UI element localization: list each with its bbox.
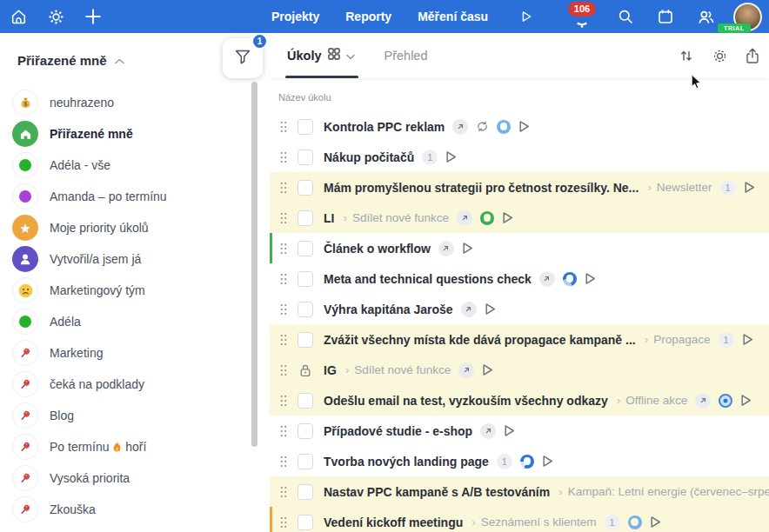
task-row[interactable]: Mám promyšlenou strategii pro četnost ro…: [270, 172, 769, 203]
sidebar-item-7[interactable]: Adéla: [0, 306, 216, 337]
drag-handle[interactable]: [280, 273, 287, 285]
task-row[interactable]: Vedení kickoff meetingu›Seznámení s klie…: [270, 507, 769, 532]
sidebar-item-5[interactable]: Vytvořil/a jsem já: [0, 243, 216, 275]
task-checkbox[interactable]: [298, 150, 313, 165]
task-row[interactable]: Nákup počitačů1: [270, 142, 769, 172]
task-checkbox[interactable]: [298, 180, 313, 196]
task-row[interactable]: LI›Sdílet nové funkce: [270, 203, 769, 233]
sidebar-item-9[interactable]: čeká na podklady: [0, 369, 216, 400]
task-checkbox[interactable]: [298, 119, 313, 135]
gear-icon[interactable]: [43, 4, 68, 29]
task-list-name[interactable]: ›Sdílet nové funkce: [345, 363, 451, 376]
play-icon[interactable]: [518, 120, 530, 133]
sidebar-item-0[interactable]: $neuhrazeno: [0, 87, 216, 118]
task-list-name[interactable]: ›Propagace: [645, 333, 711, 346]
drag-handle[interactable]: [280, 395, 287, 407]
task-row[interactable]: Nastav PPC kampaně s A/B testováním›Kamp…: [270, 476, 769, 507]
drag-handle[interactable]: [280, 121, 287, 133]
users-icon[interactable]: [693, 4, 718, 29]
sidebar-item-1[interactable]: Přiřazené mně: [0, 118, 216, 150]
task-checkbox[interactable]: [298, 515, 313, 530]
timer-play-icon[interactable]: [514, 4, 538, 29]
play-icon[interactable]: [502, 211, 513, 224]
calendar-icon[interactable]: [653, 4, 678, 29]
sidebar-item-11[interactable]: Po termínu hoří: [0, 431, 216, 462]
drag-handle[interactable]: [280, 182, 287, 194]
task-checkbox[interactable]: [298, 484, 313, 500]
drag-handle[interactable]: [280, 303, 287, 316]
task-checkbox[interactable]: [298, 271, 313, 287]
drag-handle[interactable]: [280, 212, 287, 224]
plus-icon[interactable]: [81, 4, 105, 29]
play-icon[interactable]: [445, 150, 457, 163]
play-icon[interactable]: [742, 333, 753, 346]
play-icon[interactable]: [650, 515, 661, 529]
drag-handle[interactable]: [280, 243, 287, 255]
play-icon[interactable]: [744, 181, 755, 194]
play-icon[interactable]: [462, 242, 473, 255]
task-list-name[interactable]: ›Offline akce: [617, 394, 688, 407]
task-row[interactable]: Tvorba nových landing page1: [270, 446, 769, 476]
play-icon[interactable]: [585, 272, 596, 285]
sidebar-item-2[interactable]: Adéla - vše: [0, 150, 216, 181]
sort-icon[interactable]: [677, 46, 696, 65]
drag-handle[interactable]: [280, 516, 287, 529]
task-row[interactable]: Kontrola PPC reklam: [270, 111, 769, 142]
task-checkbox[interactable]: [298, 393, 313, 409]
play-icon[interactable]: [504, 424, 515, 437]
task-checkbox[interactable]: [298, 454, 313, 469]
task-checkbox[interactable]: [298, 241, 313, 256]
nav-mereni-casu[interactable]: Měření času: [418, 10, 488, 23]
task-checkbox[interactable]: [298, 423, 313, 439]
sidebar-item-8[interactable]: Marketing: [0, 337, 216, 369]
tab-prehled[interactable]: Přehled: [384, 33, 428, 78]
settings-gear-icon[interactable]: [710, 46, 729, 65]
task-list-scrollbar[interactable]: [251, 82, 257, 447]
task-checkbox[interactable]: [298, 210, 313, 226]
task-row[interactable]: Meta and technical questions check: [270, 263, 769, 294]
task-checkbox[interactable]: [298, 302, 313, 317]
drag-handle[interactable]: [280, 334, 287, 346]
task-row[interactable]: Výhra kapitána Jaroše: [270, 294, 769, 324]
chevron-right-icon: ›: [617, 394, 621, 407]
drag-handle[interactable]: [280, 486, 287, 498]
play-icon[interactable]: [740, 394, 752, 407]
task-row[interactable]: Zvážit všechny místa kde dává propagace …: [270, 324, 769, 355]
task-list-name[interactable]: ›Sdílet nové funkce: [343, 211, 449, 224]
drag-handle[interactable]: [280, 425, 287, 437]
task-row[interactable]: IG›Sdílet nové funkce: [270, 355, 769, 385]
home-icon[interactable]: [6, 4, 30, 29]
task-list-name[interactable]: ›Newsletter: [647, 181, 712, 194]
drag-handle[interactable]: [280, 456, 287, 468]
tab-ukoly[interactable]: Úkoly: [287, 33, 355, 78]
sidebar-item-3[interactable]: Amanda – po termínu: [0, 181, 216, 212]
repeat-icon[interactable]: [476, 120, 489, 133]
sidebar-item-6[interactable]: Marketingový tým: [0, 275, 216, 306]
comment-count-badge: 1: [719, 332, 734, 348]
share-export-icon[interactable]: [743, 46, 762, 65]
bullseye-progress-icon: [719, 394, 732, 408]
play-icon[interactable]: [485, 303, 496, 316]
task-row[interactable]: Odešlu email na test, vyzkouším všechny …: [270, 385, 769, 416]
task-row[interactable]: Případové studie - e-shop: [270, 416, 769, 446]
task-list-name[interactable]: ›Seznámení s klientem: [471, 515, 596, 529]
task-checkbox[interactable]: [298, 332, 313, 348]
sidebar-item-13[interactable]: Zkouška: [0, 494, 216, 525]
drag-handle[interactable]: [280, 364, 287, 376]
task-list-name[interactable]: ›Kampaň: Letní energie (červenec–srpen): [558, 485, 769, 498]
filter-button[interactable]: 1: [223, 38, 263, 78]
search-icon[interactable]: [613, 4, 638, 29]
nav-projekty[interactable]: Projekty: [271, 10, 319, 23]
task-row[interactable]: Článek o workflow: [270, 233, 769, 263]
play-icon[interactable]: [542, 455, 553, 468]
user-avatar[interactable]: TRIAL: [733, 3, 762, 31]
sidebar-item-4[interactable]: ★Moje priority úkolů: [0, 212, 216, 243]
sidebar-header[interactable]: Přiřazené mně: [0, 33, 216, 75]
task-title: Vedení kickoff meetingu: [324, 515, 463, 529]
sidebar-item-12[interactable]: Vysoká priorita: [0, 462, 216, 494]
drag-handle[interactable]: [280, 151, 287, 163]
sidebar-item-10[interactable]: Blog: [0, 400, 216, 431]
nav-reporty[interactable]: Reporty: [345, 10, 391, 23]
play-icon[interactable]: [482, 363, 493, 376]
notifications-button[interactable]: 106: [566, 1, 598, 32]
